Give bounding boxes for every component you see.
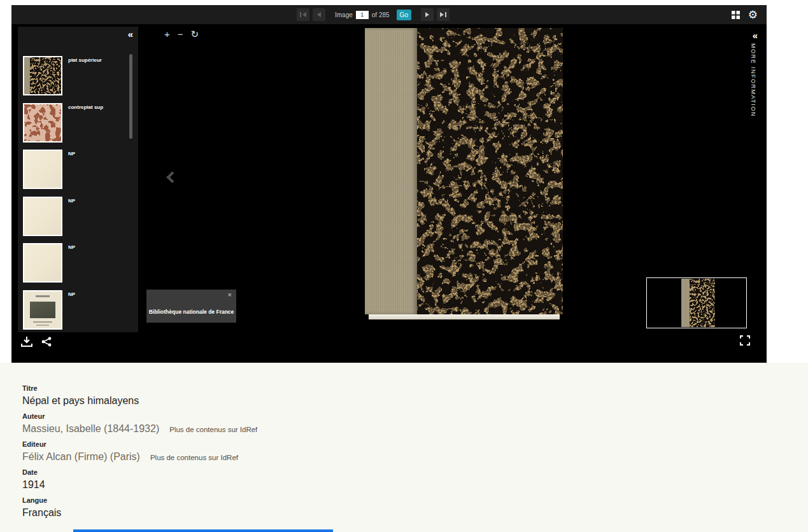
blank-page-mini xyxy=(24,244,61,281)
thumbnail-item[interactable]: contreplat sup xyxy=(23,103,134,143)
thumbnail-label: plat supérieur xyxy=(68,57,102,63)
last-image-button[interactable] xyxy=(437,8,450,21)
thumbnail-item[interactable]: plat supérieur xyxy=(23,56,134,95)
thumbnail-image xyxy=(23,56,62,95)
cover-marbled-paper xyxy=(417,28,563,314)
toolbar-right-group: ⚙ xyxy=(732,5,758,24)
metadata-panel: Titre Népal et pays himalayens Auteur Ma… xyxy=(0,363,808,532)
title-page-mini xyxy=(24,291,61,328)
image-number-input[interactable] xyxy=(356,11,369,19)
field-value-author[interactable]: Massieu, Isabelle (1844-1932) xyxy=(22,423,159,435)
field-label: Date xyxy=(22,468,808,476)
thumbnail-label: contreplat sup xyxy=(68,104,103,110)
attribution-box: × Bibliothèque nationale de France xyxy=(146,290,236,323)
thumbnail-item[interactable]: NP xyxy=(23,290,134,330)
field-value-publisher[interactable]: Félix Alcan (Firme) (Paris) xyxy=(22,451,140,463)
first-icon xyxy=(302,12,306,17)
image-label: Image xyxy=(335,11,353,18)
attribution-text: Bibliothèque nationale de France xyxy=(149,309,234,315)
close-attribution-icon[interactable]: × xyxy=(228,291,232,298)
blank-page-mini xyxy=(24,151,61,188)
first-icon xyxy=(300,12,301,17)
thumbnail-item[interactable]: NP xyxy=(23,150,134,189)
field-label: Langue xyxy=(22,496,808,504)
thumbnail-label: NP xyxy=(68,291,75,297)
more-information-tab[interactable]: MORE INFORMATION xyxy=(750,43,756,117)
download-icon[interactable] xyxy=(21,336,32,347)
previous-page-chevron-icon[interactable] xyxy=(166,171,178,183)
fullscreen-icon[interactable] xyxy=(740,335,750,346)
next-image-button[interactable] xyxy=(421,8,434,21)
field-value-language: Français xyxy=(22,507,61,519)
next-icon xyxy=(425,12,429,17)
field-label: Editeur xyxy=(22,440,808,448)
field-value-title: Népal et pays himalayens xyxy=(22,395,139,407)
blank-page-mini xyxy=(24,198,61,235)
gallery-view-icon[interactable] xyxy=(732,11,740,19)
go-button[interactable]: Go xyxy=(397,10,411,20)
viewer-canvas[interactable]: « plat supérieur xyxy=(11,24,767,363)
settings-gear-icon[interactable]: ⚙ xyxy=(748,10,758,20)
thumbnail-label: NP xyxy=(68,244,75,250)
navigator-overview[interactable] xyxy=(646,277,747,328)
zoom-out-icon[interactable]: − xyxy=(178,29,183,39)
image-navigation-group: Image of 285 Go xyxy=(297,8,450,21)
thumbnail-image xyxy=(23,243,62,283)
field-label: Titre xyxy=(22,384,808,392)
idref-link[interactable]: Plus de contenus sur IdRef xyxy=(150,454,238,461)
image-count-label: of 285 xyxy=(372,11,390,18)
navigator-cover-spine xyxy=(681,279,690,327)
last-icon xyxy=(440,12,444,17)
marbled-cover-mini xyxy=(30,57,61,94)
thumbnail-image xyxy=(23,103,62,143)
collapse-info-panel-icon[interactable]: « xyxy=(753,31,758,40)
idref-link[interactable]: Plus de contenus sur IdRef xyxy=(169,426,257,433)
canvas-action-icons xyxy=(21,336,52,347)
thumbnail-image xyxy=(23,290,62,330)
thumbnail-scrollbar[interactable] xyxy=(129,54,132,139)
page-edge xyxy=(369,314,560,319)
pink-marbled-endpaper-mini xyxy=(24,104,61,141)
cover-spine-mini xyxy=(24,57,30,94)
rotate-icon[interactable]: ↻ xyxy=(191,29,199,39)
thumbnail-image xyxy=(23,197,62,236)
document-viewer: Image of 285 Go ⚙ xyxy=(11,5,767,363)
share-icon[interactable] xyxy=(41,337,52,347)
book-cover-image[interactable] xyxy=(365,28,563,319)
previous-icon xyxy=(317,12,321,17)
previous-image-button[interactable] xyxy=(313,8,325,21)
page: Image of 285 Go ⚙ xyxy=(0,0,808,532)
field-value-date: 1914 xyxy=(22,479,45,491)
thumbnail-image xyxy=(23,150,62,189)
field-label: Auteur xyxy=(22,412,808,420)
thumbnail-item[interactable]: NP xyxy=(23,197,134,236)
thumbnail-label: NP xyxy=(68,198,75,204)
navigator-cover-marble xyxy=(690,279,715,327)
partial-footer-bar xyxy=(73,529,333,532)
thumbnail-label: NP xyxy=(68,151,75,157)
viewer-toolbar: Image of 285 Go ⚙ xyxy=(11,5,767,24)
collapse-thumbnails-icon[interactable]: « xyxy=(128,29,133,39)
navigator-image xyxy=(681,279,715,327)
zoom-in-icon[interactable]: + xyxy=(164,29,170,39)
last-icon xyxy=(445,12,446,17)
thumbnail-item[interactable]: NP xyxy=(23,243,134,283)
thumbnail-panel: « plat supérieur xyxy=(18,27,138,332)
zoom-controls: + − ↻ xyxy=(164,29,199,39)
cover-spine xyxy=(365,28,417,314)
first-image-button[interactable] xyxy=(297,8,309,21)
